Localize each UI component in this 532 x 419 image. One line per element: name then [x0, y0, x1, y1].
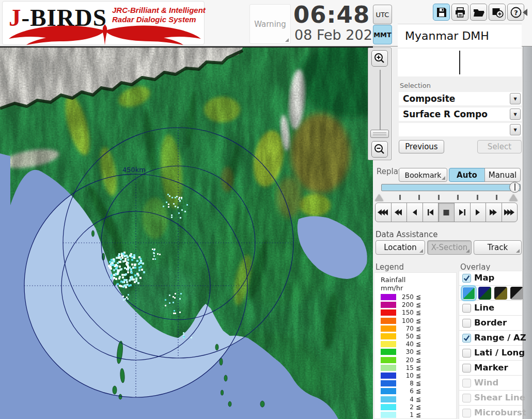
- legend-value: 4: [389, 396, 414, 403]
- warning-button[interactable]: Warning: [249, 4, 291, 44]
- chevron-down-icon[interactable]: ▼: [510, 93, 521, 104]
- overlay-item-label: Marker: [474, 363, 508, 373]
- dropdown-product-value: Surface R Compo: [403, 109, 488, 119]
- chevron-down-icon[interactable]: ▼: [510, 108, 521, 120]
- timezone-mmt-button[interactable]: MMT: [373, 25, 392, 44]
- location-button[interactable]: Location: [375, 240, 425, 255]
- legend-value: 8: [389, 380, 414, 387]
- stop-button[interactable]: [438, 203, 455, 222]
- auto-mode-button[interactable]: Auto: [449, 168, 485, 182]
- play-reverse-icon: [409, 209, 420, 216]
- replay-time-slider[interactable]: [381, 184, 521, 191]
- checkbox[interactable]: [462, 319, 471, 328]
- replay-slider-thumb[interactable]: [509, 182, 520, 193]
- legend-row: 8≦: [374, 380, 457, 387]
- radar-map[interactable]: 450km: [0, 46, 373, 419]
- add-image-button[interactable]: [489, 4, 506, 21]
- zoom-in-button[interactable]: [371, 50, 388, 67]
- map-style-swatch-2[interactable]: [478, 287, 491, 300]
- legend-comparator: ≦: [416, 293, 421, 301]
- dropdown-product[interactable]: Surface R Compo ▼: [399, 107, 522, 121]
- fast-rewind-to-start-icon: [378, 209, 389, 216]
- chevron-down-icon[interactable]: ▼: [510, 124, 521, 135]
- fast-forward-to-end-button[interactable]: [502, 203, 518, 222]
- overlay-item-shear-line: Shear Line: [459, 391, 522, 406]
- legend-value: 100: [389, 317, 414, 324]
- legend-value: 70: [389, 325, 414, 332]
- zoom-out-button[interactable]: [371, 141, 388, 158]
- print-button[interactable]: [451, 4, 468, 21]
- legend-comparator: ≦: [416, 333, 421, 340]
- legend-row: 100≦: [374, 317, 457, 325]
- legend-comparator: ≦: [416, 309, 421, 316]
- legend-comparator: ≦: [416, 340, 421, 348]
- zoom-slider-handle[interactable]: [370, 130, 389, 138]
- checkbox-checked[interactable]: [462, 274, 471, 283]
- play-button[interactable]: [470, 203, 487, 222]
- overlay-item-label: Range / AZ: [474, 333, 526, 343]
- legend-comparator: ≦: [416, 411, 421, 418]
- fast-rewind-icon: [393, 209, 404, 216]
- step-forward-button[interactable]: [454, 203, 471, 222]
- legend-value: 200: [389, 301, 414, 308]
- overlay-item-range-az: Range / AZ: [459, 331, 522, 346]
- svg-text:?: ?: [514, 8, 518, 16]
- data-assistance-label: Data Assistance: [375, 230, 438, 239]
- checkbox[interactable]: [462, 364, 471, 373]
- collapse-panel-arrow-icon[interactable]: [523, 9, 527, 16]
- timezone-utc-button[interactable]: UTC: [373, 5, 392, 24]
- open-folder-button[interactable]: [470, 4, 487, 21]
- legend-row: 2≦: [374, 404, 457, 411]
- dropdown-category[interactable]: Composite ▼: [399, 92, 522, 105]
- logo-subtitle-1: JRC-Brilliant & Intelligent: [112, 6, 206, 14]
- checkbox[interactable]: [462, 349, 471, 358]
- checkbox-checked[interactable]: [462, 334, 471, 343]
- step-backward-button[interactable]: [423, 203, 439, 222]
- play-reverse-button[interactable]: [406, 203, 423, 222]
- add-image-icon: [491, 6, 504, 19]
- overlay-item-lati-long: Lati / Long: [459, 346, 522, 361]
- legend-value: 2: [389, 404, 414, 411]
- help-button[interactable]: ?: [507, 4, 524, 21]
- overlay-item-wind: Wind: [459, 376, 522, 391]
- legend-value: 20: [389, 356, 414, 364]
- legend-row: 15≦: [374, 364, 457, 372]
- select-button[interactable]: Select: [477, 140, 522, 153]
- corner-handle-icon: [285, 38, 289, 42]
- checkbox: [462, 409, 471, 417]
- zoom-slider-track[interactable]: [380, 70, 381, 131]
- slider-end-marker-icon[interactable]: [509, 194, 518, 201]
- save-button[interactable]: [433, 4, 450, 21]
- track-button[interactable]: Track: [474, 240, 522, 255]
- slider-tick: [418, 195, 420, 200]
- previous-button[interactable]: Previous: [399, 140, 444, 153]
- fast-rewind-to-start-button[interactable]: [375, 203, 392, 222]
- app-logo: J-BIRDS JRC-Brilliant & Intelligent Rada…: [2, 1, 205, 45]
- rainfall-legend: Rainfall mm/hr 250≦200≦150≦100≦70≦50≦40≦…: [374, 272, 457, 419]
- checkbox[interactable]: [462, 304, 471, 313]
- slider-start-marker-icon[interactable]: [375, 194, 383, 201]
- fast-rewind-button[interactable]: [391, 203, 408, 222]
- clock-date: 08 Feb 2020: [294, 27, 381, 43]
- track-label: Track: [488, 243, 508, 252]
- overlay-item-label: Lati / Long: [474, 348, 525, 358]
- legend-comparator: ≦: [416, 396, 421, 403]
- print-icon: [454, 6, 466, 19]
- map-style-swatch-4[interactable]: [510, 287, 523, 300]
- x-section-label: X-Section: [431, 243, 468, 252]
- legend-value: 40: [389, 340, 414, 348]
- manual-mode-button[interactable]: Manual: [484, 168, 521, 182]
- fast-forward-button[interactable]: [486, 203, 502, 222]
- corner-handle-icon: [442, 176, 445, 180]
- overlay-item-label: Wind: [474, 378, 498, 387]
- eagle-logo-icon: [7, 23, 203, 46]
- playback-controls: [375, 203, 518, 222]
- map-style-swatch-1[interactable]: [462, 287, 475, 300]
- corner-handle-icon: [466, 249, 470, 253]
- map-zoom-control: [368, 48, 392, 160]
- bookmark-button[interactable]: Bookmark: [399, 168, 447, 182]
- checkbox: [462, 379, 471, 387]
- x-section-button[interactable]: X-Section: [427, 240, 472, 255]
- dropdown-extra[interactable]: ▼: [399, 123, 522, 136]
- map-style-swatch-3[interactable]: [494, 287, 507, 300]
